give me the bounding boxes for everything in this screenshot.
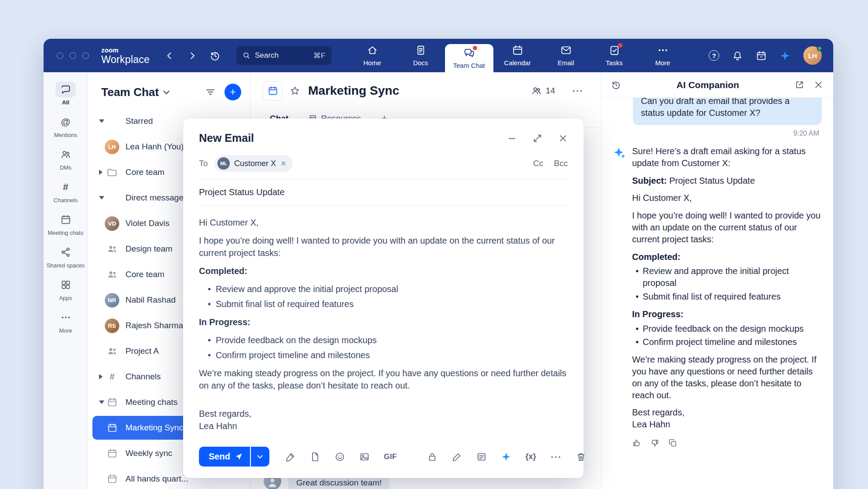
- rail-item-more[interactable]: More: [44, 306, 88, 338]
- home-icon: [367, 44, 378, 56]
- meeting-chats-icon: [55, 212, 76, 228]
- search-shortcut: ⌘F: [313, 51, 325, 60]
- channel-more-icon[interactable]: ⋯: [572, 85, 583, 96]
- meeting-calendar-icon: [105, 397, 119, 408]
- nav-calendar[interactable]: Calendar: [493, 39, 542, 72]
- nav-email-label: Email: [558, 59, 574, 67]
- rail-item-shared-spaces[interactable]: Shared spaces: [44, 241, 88, 273]
- minimize-window-button[interactable]: [70, 52, 76, 59]
- nav-email[interactable]: Email: [542, 39, 590, 72]
- user-avatar[interactable]: LH: [803, 46, 822, 65]
- search-icon: [243, 52, 250, 59]
- nav-tasks-label: Tasks: [606, 59, 622, 67]
- gif-button[interactable]: GIF: [384, 452, 397, 461]
- template-icon[interactable]: [476, 452, 487, 462]
- history-icon[interactable]: [210, 50, 221, 61]
- remove-recipient-icon[interactable]: [280, 160, 287, 167]
- rail-item-channels[interactable]: # Channels: [44, 175, 88, 208]
- channel-title: Marketing Sync: [308, 84, 399, 98]
- channel-calendar-icon: [263, 81, 283, 101]
- participants-count[interactable]: 14: [531, 85, 555, 96]
- rail-item-meeting-chats[interactable]: Meeting chats: [44, 208, 88, 241]
- trash-icon[interactable]: [576, 452, 586, 462]
- send-button[interactable]: Send: [199, 447, 250, 467]
- chat-sidebar-title[interactable]: Team Chat: [101, 85, 159, 99]
- close-icon[interactable]: [558, 133, 568, 143]
- email-closing: We’re making steady progress on the proj…: [199, 367, 568, 392]
- open-in-new-window-icon[interactable]: [794, 80, 805, 90]
- thumbs-up-icon[interactable]: [632, 438, 641, 448]
- nav-tasks[interactable]: Tasks: [590, 39, 639, 72]
- ai-companion-sparkle-icon[interactable]: [780, 50, 791, 61]
- help-icon[interactable]: ?: [709, 50, 719, 61]
- to-field[interactable]: To ML Customer X Cc Bcc: [199, 152, 568, 179]
- more-options-icon[interactable]: ⋯: [550, 451, 562, 463]
- new-chat-button[interactable]: [224, 84, 241, 100]
- new-email-modal: New Email To ML Customer X: [183, 119, 584, 478]
- nav-team-chat[interactable]: Team Chat: [445, 44, 493, 72]
- nav-docs[interactable]: Docs: [397, 39, 445, 72]
- forward-chevron-icon[interactable]: [188, 52, 195, 59]
- subject-field[interactable]: Project Status Update: [199, 179, 568, 206]
- rail-item-dms[interactable]: DMs: [44, 143, 88, 175]
- lock-icon[interactable]: [427, 452, 438, 462]
- cc-button[interactable]: Cc: [533, 159, 543, 168]
- nav-home-label: Home: [364, 59, 381, 67]
- ai-panel-title: AI Companion: [630, 80, 786, 90]
- participants-count-value: 14: [546, 86, 555, 96]
- modal-header: New Email: [183, 119, 584, 152]
- recipient-chip[interactable]: ML Customer X: [215, 155, 293, 172]
- copy-icon[interactable]: [668, 438, 677, 448]
- shared-spaces-icon: [55, 244, 76, 260]
- signature-icon[interactable]: [285, 452, 296, 462]
- chevron-down-icon[interactable]: [163, 88, 169, 94]
- ai-sparkle-icon[interactable]: [501, 452, 511, 462]
- thumbs-down-icon[interactable]: [650, 438, 659, 448]
- nav-home[interactable]: Home: [348, 39, 397, 72]
- tasks-icon: [609, 44, 620, 56]
- send-options-button[interactable]: [251, 447, 269, 467]
- filter-icon[interactable]: [205, 87, 216, 97]
- email-completed-list: Review and approve the initial project p…: [204, 283, 568, 310]
- triangle-right-icon[interactable]: [99, 170, 103, 175]
- rail-item-mentions[interactable]: @ Mentions: [44, 110, 88, 143]
- image-icon[interactable]: [359, 452, 370, 462]
- ai-panel-close-icon[interactable]: [813, 80, 824, 90]
- rail-item-all[interactable]: All: [44, 78, 88, 110]
- attach-file-icon[interactable]: [310, 452, 320, 462]
- triangle-down-icon[interactable]: [99, 196, 104, 200]
- expand-icon[interactable]: [533, 133, 542, 143]
- triangle-right-icon[interactable]: [99, 374, 103, 379]
- tasks-notification-dot: [618, 43, 622, 48]
- hash-icon: #: [110, 371, 115, 382]
- rail-item-apps[interactable]: Apps: [44, 273, 88, 306]
- calendar-date-icon[interactable]: [756, 50, 767, 61]
- nav-more[interactable]: More: [639, 39, 687, 72]
- window-controls: [57, 52, 89, 59]
- logo-workplace-text: Workplace: [101, 55, 150, 65]
- nav-docs-label: Docs: [413, 59, 428, 67]
- channels-hash-icon: #: [55, 179, 76, 195]
- zoom-window-button[interactable]: [82, 52, 89, 59]
- group-people-icon: [105, 345, 119, 357]
- close-window-button[interactable]: [57, 52, 63, 59]
- minimize-icon[interactable]: [507, 133, 517, 143]
- ai-history-icon[interactable]: [611, 80, 621, 90]
- chevron-down-icon: [257, 453, 263, 459]
- emoji-icon[interactable]: [335, 452, 345, 462]
- back-chevron-icon[interactable]: [167, 52, 174, 59]
- team-chat-icon: [463, 47, 475, 59]
- send-button-group: Send: [199, 447, 269, 467]
- ai-conversation[interactable]: Can you draft an email that provides a s…: [601, 98, 833, 489]
- email-body-editor[interactable]: Hi Customer X, I hope you’re doing well!…: [183, 206, 584, 441]
- bcc-button[interactable]: Bcc: [554, 159, 568, 168]
- star-icon[interactable]: [290, 85, 300, 96]
- edit-pencil-icon[interactable]: [452, 452, 462, 462]
- meeting-calendar-icon: [105, 448, 119, 459]
- send-plane-icon: [235, 452, 243, 461]
- search-input[interactable]: Search ⌘F: [236, 46, 331, 65]
- variables-button[interactable]: {x}: [526, 452, 536, 461]
- triangle-down-icon[interactable]: [99, 400, 104, 404]
- triangle-down-icon[interactable]: [99, 119, 104, 123]
- notifications-bell-icon[interactable]: [732, 50, 743, 61]
